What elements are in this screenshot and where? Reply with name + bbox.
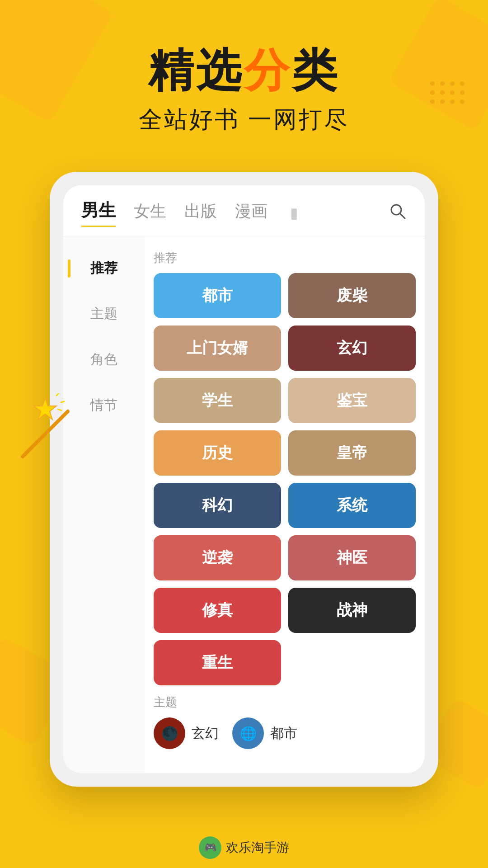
- main-title: 精选分类: [27, 45, 461, 95]
- bottom-section-label: 主题: [154, 694, 416, 710]
- sidebar-item-role[interactable]: 角色: [63, 337, 145, 382]
- title-highlight: 分: [244, 45, 292, 95]
- bottom-item-xuanhuan[interactable]: 🌑 玄幻: [154, 717, 219, 749]
- wand-decoration: [14, 393, 86, 466]
- category-btn-鉴宝[interactable]: 鉴宝: [288, 378, 416, 423]
- svg-line-0: [23, 411, 68, 457]
- category-btn-学生[interactable]: 学生: [154, 378, 281, 423]
- tab-comic[interactable]: 漫画: [235, 200, 267, 226]
- svg-line-3: [61, 401, 64, 402]
- sidebar-item-theme[interactable]: 主题: [63, 291, 145, 337]
- category-btn-上门女婿[interactable]: 上门女婿: [154, 326, 281, 371]
- search-icon[interactable]: [389, 202, 407, 224]
- category-btn-历史[interactable]: 历史: [154, 430, 281, 476]
- category-btn-废柴[interactable]: 废柴: [288, 273, 416, 318]
- section-label: 推荐: [154, 250, 416, 266]
- title-part1: 精选: [148, 45, 244, 95]
- bottom-logo: 🎮 欢乐淘手游: [199, 836, 289, 859]
- category-btn-玄幻[interactable]: 玄幻: [288, 326, 416, 371]
- svg-line-2: [56, 393, 59, 396]
- sub-title: 全站好书 一网打尽: [27, 104, 461, 136]
- svg-line-4: [58, 409, 61, 410]
- phone-screen: 男生 女生 出版 漫画 ▮ 推荐 主题 角色 情节 推荐: [63, 185, 425, 773]
- category-btn-皇帝[interactable]: 皇帝: [288, 430, 416, 476]
- xuanhuan-icon: 🌑: [154, 717, 185, 749]
- tab-female[interactable]: 女生: [134, 200, 166, 226]
- svg-point-5: [391, 205, 401, 215]
- category-btn-系统[interactable]: 系统: [288, 483, 416, 528]
- category-btn-逆袭[interactable]: 逆袭: [154, 535, 281, 580]
- title-part2: 类: [292, 45, 340, 95]
- header-section: 精选分类 全站好书 一网打尽: [0, 0, 488, 163]
- bottom-item-dushi[interactable]: 🌐 都市: [232, 717, 297, 749]
- category-btn-战神[interactable]: 战神: [288, 588, 416, 633]
- dushi-icon: 🌐: [232, 717, 264, 749]
- sidebar: 推荐 主题 角色 情节: [63, 236, 145, 773]
- category-grid: 都市废柴上门女婿玄幻学生鉴宝历史皇帝科幻系统逆袭神医修真战神重生: [154, 273, 416, 685]
- tab-publish[interactable]: 出版: [184, 200, 217, 226]
- content-area: 推荐 主题 角色 情节 推荐 都市废柴上门女婿玄幻学生鉴宝历史皇帝科幻系统逆袭神…: [63, 236, 425, 773]
- xuanhuan-label: 玄幻: [192, 724, 219, 743]
- tab-bar: 男生 女生 出版 漫画 ▮: [63, 185, 425, 236]
- category-btn-神医[interactable]: 神医: [288, 535, 416, 580]
- logo-text: 欢乐淘手游: [226, 839, 289, 856]
- category-btn-都市[interactable]: 都市: [154, 273, 281, 318]
- tab-more-icon[interactable]: ▮: [290, 204, 298, 222]
- svg-marker-1: [34, 398, 56, 420]
- logo-icon: 🎮: [199, 836, 221, 859]
- bottom-items: 🌑 玄幻 🌐 都市: [154, 717, 416, 749]
- category-btn-修真[interactable]: 修真: [154, 588, 281, 633]
- category-grid-area: 推荐 都市废柴上门女婿玄幻学生鉴宝历史皇帝科幻系统逆袭神医修真战神重生 主题 🌑…: [145, 236, 425, 773]
- tab-male[interactable]: 男生: [81, 199, 116, 227]
- phone-frame: 男生 女生 出版 漫画 ▮ 推荐 主题 角色 情节 推荐: [50, 172, 438, 787]
- dushi-label: 都市: [270, 724, 297, 743]
- sidebar-item-recommended[interactable]: 推荐: [63, 245, 145, 291]
- category-btn-重生[interactable]: 重生: [154, 640, 281, 685]
- svg-line-6: [400, 214, 405, 218]
- category-btn-科幻[interactable]: 科幻: [154, 483, 281, 528]
